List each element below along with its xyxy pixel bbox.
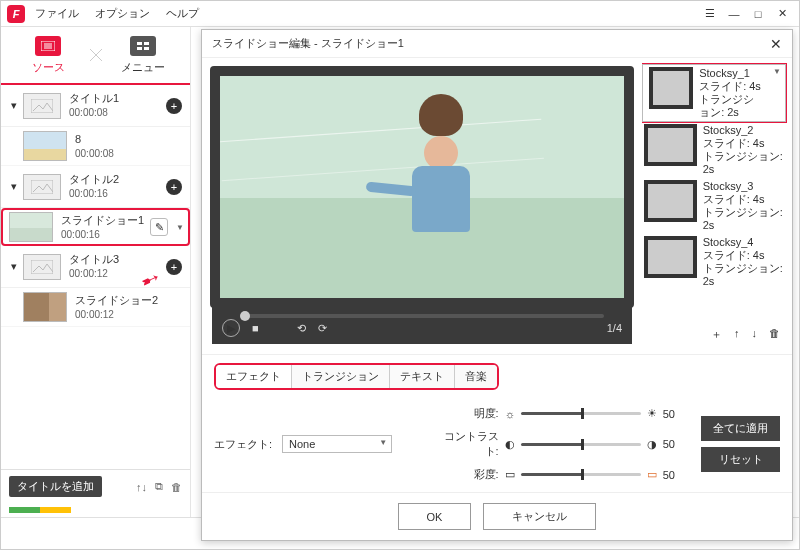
- slideshow-edit-dialog: スライドショー編集 - スライドショー1 ✕ ▶ ■ ⟲ ⟳ 1/4: [201, 29, 793, 541]
- add-title-button[interactable]: タイトルを追加: [9, 476, 102, 497]
- slide-duration: スライド: 4s: [703, 137, 784, 150]
- maximize-icon[interactable]: □: [747, 5, 769, 23]
- title-row[interactable]: ▾ タイトル100:00:08 +: [1, 85, 190, 127]
- app-logo: F: [7, 5, 25, 23]
- svg-rect-6: [137, 47, 142, 50]
- slide-transition: トランジション: 2s: [703, 150, 784, 176]
- contrast-value: 50: [663, 438, 675, 450]
- brightness-label: 明度:: [441, 406, 499, 421]
- tab-menu[interactable]: メニュー: [96, 27, 191, 83]
- rotate-right-icon[interactable]: ⟳: [318, 322, 327, 335]
- menu-grid-icon: [130, 36, 156, 56]
- slide-thumb: [644, 236, 697, 278]
- contrast-low-icon: ◐: [505, 438, 515, 451]
- close-icon[interactable]: ✕: [771, 5, 793, 23]
- add-slide-icon[interactable]: ＋: [711, 327, 722, 342]
- ok-button[interactable]: OK: [398, 503, 472, 530]
- slide-card[interactable]: Stocksy_2スライド: 4sトランジション: 2s: [642, 122, 786, 178]
- add-item-icon[interactable]: +: [166, 98, 182, 114]
- minimize-icon[interactable]: —: [723, 5, 745, 23]
- slide-card[interactable]: Stocksy_3スライド: 4sトランジション: 2s: [642, 178, 786, 234]
- effect-select[interactable]: None: [282, 435, 392, 453]
- tab-text[interactable]: テキスト: [390, 365, 455, 388]
- child-row[interactable]: 800:00:08: [1, 127, 190, 166]
- child-time: 00:00:12: [75, 309, 114, 320]
- delete-icon[interactable]: 🗑: [171, 481, 182, 493]
- title-name: タイトル3: [69, 252, 166, 266]
- child-row[interactable]: スライドショー200:00:12: [1, 288, 190, 327]
- slide-card[interactable]: Stocksy_4スライド: 4sトランジション: 2s: [642, 234, 786, 290]
- slide-thumb: [644, 180, 697, 222]
- copy-icon[interactable]: ⧉: [155, 480, 163, 493]
- sidebar: ソース メニュー ▾ タイトル100:00:08 + 800:00:08 ▾ タ…: [1, 27, 191, 517]
- tab-music[interactable]: 音楽: [455, 365, 497, 388]
- slide-counter: 1/4: [607, 322, 622, 334]
- stop-icon[interactable]: ■: [252, 322, 259, 334]
- title-thumb: [23, 174, 61, 200]
- title-row[interactable]: ▾ タイトル200:00:16 +: [1, 166, 190, 208]
- player-controls: ▶ ■ ⟲ ⟳ 1/4: [212, 306, 632, 344]
- move-down-icon[interactable]: ↓: [752, 327, 758, 342]
- svg-rect-7: [144, 47, 149, 50]
- slide-thumb: [649, 67, 693, 109]
- add-item-icon[interactable]: +: [166, 259, 182, 275]
- slide-transition: トランジション: 2s: [703, 206, 784, 232]
- child-thumb: [23, 131, 67, 161]
- brightness-value: 50: [663, 408, 675, 420]
- tab-effect[interactable]: エフェクト: [216, 365, 292, 388]
- dialog-close-icon[interactable]: ✕: [770, 36, 782, 52]
- slide-thumb: [644, 124, 697, 166]
- title-row[interactable]: ▾ タイトル300:00:12 +: [1, 246, 190, 288]
- tab-source[interactable]: ソース: [1, 27, 96, 83]
- title-thumb: [23, 254, 61, 280]
- title-time: 00:00:08: [69, 107, 108, 118]
- cancel-button[interactable]: キャンセル: [483, 503, 596, 530]
- sun-dim-icon: ☼: [505, 408, 515, 420]
- contrast-slider[interactable]: [521, 443, 641, 446]
- sat-high-icon: ▭: [647, 468, 657, 481]
- toggle-icon[interactable]: ▾: [9, 260, 19, 273]
- menu-help[interactable]: ヘルプ: [166, 6, 199, 21]
- edit-icon[interactable]: ✎: [150, 218, 168, 236]
- brightness-slider[interactable]: [521, 412, 641, 415]
- menu-option[interactable]: オプション: [95, 6, 150, 21]
- apply-all-button[interactable]: 全てに適用: [701, 416, 780, 441]
- sat-low-icon: ▭: [505, 468, 515, 481]
- child-thumb: [9, 212, 53, 242]
- child-name: 8: [75, 132, 182, 146]
- toggle-icon[interactable]: ▾: [9, 99, 19, 112]
- slide-duration: スライド: 4s: [703, 193, 784, 206]
- tab-transition[interactable]: トランジション: [292, 365, 390, 388]
- slide-name: Stocksy_3: [703, 180, 784, 193]
- rotate-left-icon[interactable]: ⟲: [297, 322, 306, 335]
- toggle-icon[interactable]: ▾: [9, 180, 19, 193]
- delete-slide-icon[interactable]: 🗑: [769, 327, 780, 342]
- saturation-slider[interactable]: [521, 473, 641, 476]
- slide-duration: スライド: 4s: [703, 249, 784, 262]
- swap-icon[interactable]: ↑↓: [136, 481, 147, 493]
- source-icon: [35, 36, 61, 56]
- slide-card[interactable]: Stocksy_1スライド: 4sトランジション: 2s: [642, 64, 786, 122]
- scrub-bar[interactable]: [240, 314, 604, 318]
- svg-rect-5: [144, 42, 149, 45]
- dialog-title: スライドショー編集 - スライドショー1: [212, 36, 770, 51]
- add-item-icon[interactable]: +: [166, 179, 182, 195]
- slide-transition: トランジション: 2s: [703, 262, 784, 288]
- contrast-high-icon: ◑: [647, 438, 657, 451]
- menu-file[interactable]: ファイル: [35, 6, 79, 21]
- child-thumb: [23, 292, 67, 322]
- settings-icon[interactable]: ☰: [699, 5, 721, 23]
- move-up-icon[interactable]: ↑: [734, 327, 740, 342]
- title-thumb: [23, 93, 61, 119]
- slide-name: Stocksy_4: [703, 236, 784, 249]
- slide-transition: トランジション: 2s: [699, 93, 765, 119]
- svg-rect-4: [137, 42, 142, 45]
- play-icon[interactable]: ▶: [222, 319, 240, 337]
- title-time: 00:00:12: [69, 268, 108, 279]
- timeline-bar: [9, 507, 182, 513]
- reset-button[interactable]: リセット: [701, 447, 780, 472]
- effect-label: エフェクト:: [214, 437, 272, 452]
- child-row[interactable]: スライドショー100:00:16 ✎: [1, 208, 190, 246]
- child-name: スライドショー1: [61, 213, 150, 227]
- contrast-label: コントラスト:: [441, 429, 499, 459]
